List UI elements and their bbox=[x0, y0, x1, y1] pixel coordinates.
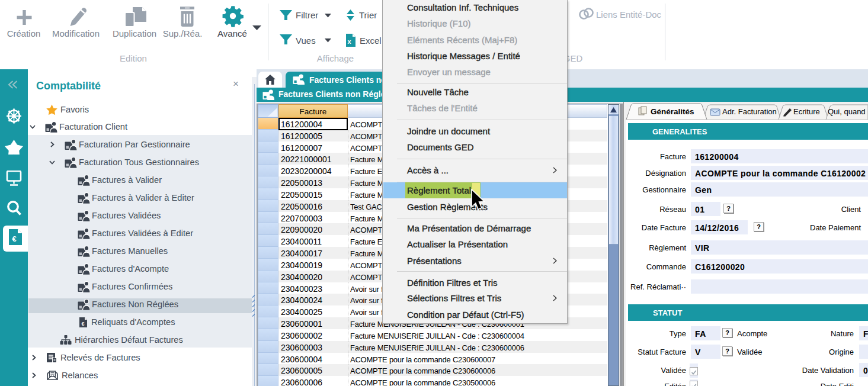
svg-text:Généralités: Généralités bbox=[651, 107, 694, 116]
svg-text:Adr. Facturation: Adr. Facturation bbox=[722, 107, 777, 116]
svg-text:Ecriture: Ecriture bbox=[793, 107, 820, 116]
svg-text:€: € bbox=[81, 321, 84, 327]
svg-text:Qui, quand: Qui, quand bbox=[828, 107, 866, 116]
svg-text:x: x bbox=[347, 38, 351, 45]
svg-text:€: € bbox=[12, 234, 16, 243]
